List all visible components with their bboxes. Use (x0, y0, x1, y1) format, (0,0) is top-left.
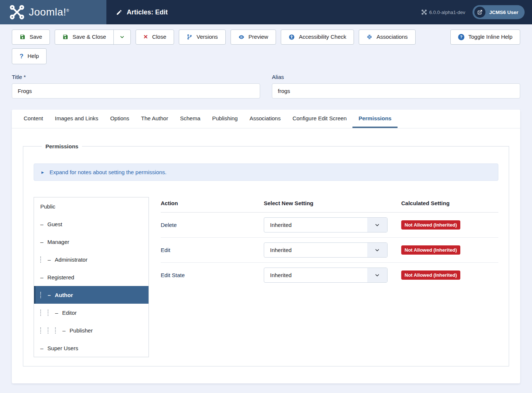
tab-configure-edit-screen[interactable]: Configure Edit Screen (287, 110, 353, 128)
save-close-label: Save & Close (72, 34, 106, 41)
permissions-notes-label: Expand for notes about setting the permi… (50, 169, 167, 175)
group-item-administrator[interactable]: – Administrator (34, 251, 149, 268)
accessibility-check-label: Accessibility Check (299, 34, 346, 41)
permissions-body: Public – Guest – Manager – Administrator (34, 197, 498, 357)
action-label: Edit State (161, 272, 264, 278)
tree-dash-icon: – (55, 310, 58, 316)
chevron-down-icon (367, 268, 387, 282)
tree-depth-dots-icon (40, 327, 41, 334)
compress-icon (366, 34, 372, 40)
group-item-super-users[interactable]: – Super Users (34, 339, 149, 357)
save-icon (20, 34, 25, 40)
user-menu-button[interactable]: JCMS6 User (473, 5, 525, 19)
permissions-tab-panel: Permissions ► Expand for notes about set… (12, 128, 520, 366)
permissions-notes-toggle[interactable]: ► Expand for notes about setting the per… (34, 163, 498, 181)
toggle-inline-help-button[interactable]: ? Toggle Inline Help (450, 30, 520, 45)
action-label: Edit (161, 247, 264, 253)
tab-associations[interactable]: Associations (243, 110, 286, 128)
help-label: Help (27, 53, 39, 60)
accessibility-check-button[interactable]: Accessibility Check (281, 30, 354, 45)
eye-icon (238, 34, 245, 40)
tab-the-author[interactable]: The Author (135, 110, 174, 128)
chevron-down-icon (119, 34, 125, 40)
action-label: Delete (161, 222, 264, 228)
save-close-split-button: Save & Close (55, 30, 131, 45)
group-item-author[interactable]: – Author (34, 286, 149, 304)
select-value: Inherited (270, 272, 291, 278)
registered-mark: ® (66, 8, 69, 13)
tab-content[interactable]: Content (18, 110, 49, 128)
tab-publishing[interactable]: Publishing (206, 110, 243, 128)
group-item-public[interactable]: Public (34, 197, 149, 215)
tree-depth-dots-icon (48, 327, 48, 334)
tree-dash-icon: – (48, 292, 51, 298)
setting-select-edit[interactable]: Inherited (264, 242, 388, 258)
alias-input[interactable] (272, 83, 520, 99)
joomla-logo-icon (10, 5, 24, 20)
tree-dash-icon: – (40, 239, 43, 245)
calculated-setting-badge: Not Allowed (Inherited) (401, 270, 460, 280)
group-item-guest[interactable]: – Guest (34, 215, 149, 233)
save-close-button[interactable]: Save & Close (55, 30, 113, 44)
save-button[interactable]: Save (12, 30, 50, 45)
permission-row-edit: Edit Inherited Not Allowed (Inherited) (161, 238, 498, 263)
help-button[interactable]: ? Help (12, 48, 47, 64)
title-input[interactable] (12, 83, 260, 99)
close-button[interactable]: ✕ Close (136, 30, 174, 45)
accessibility-icon (289, 34, 295, 40)
alias-field-group: Alias (272, 74, 520, 99)
save-label: Save (30, 34, 42, 41)
permission-row-edit-state: Edit State Inherited Not Allowed (Inheri… (161, 263, 498, 287)
joomla-version-icon (422, 10, 427, 15)
title-field-group: Title * (12, 74, 260, 99)
versions-label: Versions (197, 34, 218, 41)
tree-depth-dots-icon (40, 310, 41, 316)
associations-label: Associations (376, 34, 407, 41)
title-alias-row: Title * Alias (12, 74, 520, 99)
associations-button[interactable]: Associations (359, 30, 415, 45)
tab-schema[interactable]: Schema (174, 110, 206, 128)
user-group-list: Public – Guest – Manager – Administrator (34, 197, 149, 357)
preview-button[interactable]: Preview (231, 30, 276, 45)
permissions-legend: Permissions (42, 143, 82, 149)
tree-dash-icon: – (40, 274, 43, 280)
version-indicator: 6.0.0-alpha1-dev (422, 10, 466, 15)
edit-card: Content Images and Links Options The Aut… (12, 110, 520, 383)
tab-permissions[interactable]: Permissions (352, 110, 397, 128)
code-branch-icon (187, 34, 192, 40)
save-icon (62, 34, 68, 40)
tree-dash-icon: – (48, 256, 51, 263)
group-item-manager[interactable]: – Manager (34, 233, 149, 251)
external-link-icon (474, 7, 485, 18)
setting-select-delete[interactable]: Inherited (264, 217, 388, 232)
group-label: Editor (62, 310, 76, 316)
user-name: JCMS6 User (489, 10, 518, 15)
page-title: Articles: Edit (127, 8, 168, 16)
versions-button[interactable]: Versions (179, 30, 226, 45)
tab-options[interactable]: Options (104, 110, 135, 128)
permissions-fieldset: Permissions ► Expand for notes about set… (23, 143, 509, 366)
permissions-table: Action Select New Setting Calculated Set… (161, 197, 498, 357)
tree-dash-icon: – (40, 345, 43, 351)
question-icon: ? (20, 52, 23, 60)
group-item-publisher[interactable]: – Publisher (34, 321, 149, 339)
preview-label: Preview (249, 34, 268, 41)
column-header-calculated-setting: Calculated Setting (401, 200, 498, 206)
select-value: Inherited (270, 222, 291, 228)
page-heading: Articles: Edit (106, 0, 168, 24)
calculated-setting-badge: Not Allowed (Inherited) (401, 220, 460, 230)
calculated-setting-badge: Not Allowed (Inherited) (401, 245, 460, 255)
group-label: Administrator (55, 256, 87, 263)
pencil-icon (116, 9, 122, 15)
save-options-dropdown-button[interactable] (113, 30, 130, 44)
group-item-editor[interactable]: – Editor (34, 304, 149, 321)
close-icon: ✕ (143, 34, 148, 41)
tree-dash-icon: – (62, 327, 65, 334)
setting-select-edit-state[interactable]: Inherited (264, 268, 388, 283)
group-item-registered[interactable]: – Registered (34, 268, 149, 286)
column-header-action: Action (161, 200, 264, 206)
group-label: Public (40, 203, 55, 210)
tree-depth-dots-icon (55, 327, 56, 334)
tree-depth-dots-icon (40, 256, 41, 263)
tab-images-and-links[interactable]: Images and Links (49, 110, 105, 128)
